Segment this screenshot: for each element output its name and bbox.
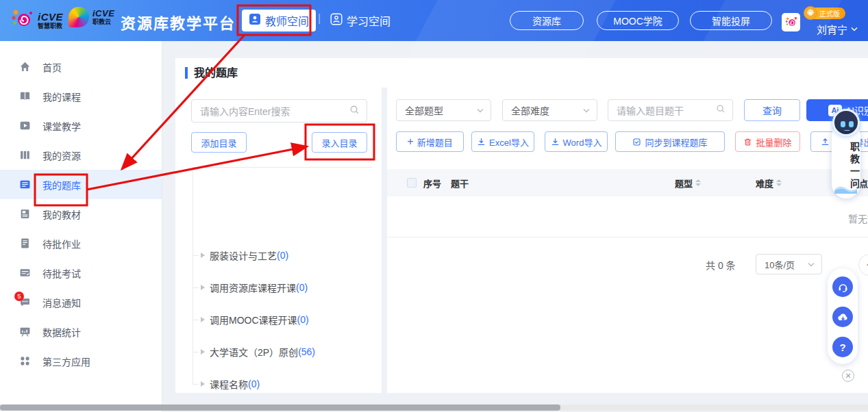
chevron-down-icon — [851, 27, 858, 31]
record-directory-button[interactable]: 录入目录 — [312, 132, 367, 153]
teacher-space-tab[interactable]: 教师空间 — [242, 10, 316, 31]
user-menu[interactable]: 刘宵宁 — [817, 22, 858, 36]
difficulty-select[interactable]: 全部难度 — [502, 99, 597, 121]
brand1-sub: 智慧职教 — [38, 23, 63, 29]
tree-item-label: 服装设计与工艺 — [210, 248, 277, 262]
page-title: 我的题库 — [185, 67, 238, 79]
tree-expand-caret-icon[interactable] — [201, 381, 205, 387]
directory-search-input[interactable]: 请输入内容Enter搜索 — [191, 99, 367, 123]
sidebar-item-label: 待批作业 — [42, 237, 81, 250]
notification-count-badge: 5 — [14, 292, 24, 301]
table-empty-zone: 暂无数据 — [387, 196, 868, 237]
sidebar-item-notifications[interactable]: 5 消息通知 — [0, 287, 162, 317]
download-center-button[interactable] — [832, 307, 853, 327]
total-count-text: 共 0 条 — [706, 258, 736, 272]
learning-space-tab[interactable]: 学习空间 — [330, 12, 390, 29]
sort-carets-icon[interactable] — [695, 179, 701, 186]
tree-item-fashion-design[interactable]: 服装设计与工艺 (0) — [191, 248, 288, 262]
tree-expand-caret-icon[interactable] — [201, 317, 205, 322]
sidebar-item-label: 我的课程 — [42, 90, 81, 103]
directory-search-placeholder: 请输入内容Enter搜索 — [192, 104, 349, 118]
column-type-sortable[interactable]: 题型 — [675, 177, 701, 190]
column-difficulty-label: 难度 — [756, 177, 773, 190]
customer-service-button[interactable] — [832, 276, 853, 297]
record-directory-label: 录入目录 — [321, 136, 357, 149]
tree-item-label: 调用资源库课程开课 — [210, 281, 296, 294]
teacher-person-icon — [249, 13, 261, 28]
column-stem: 题干 — [451, 177, 469, 190]
wave-decoration-icon — [834, 183, 857, 194]
upload-icon — [821, 138, 830, 146]
excel-import-button[interactable]: Excel导入 — [471, 131, 534, 152]
tree-item-resource-course[interactable]: 调用资源库课程开课 (0) — [191, 281, 308, 294]
sidebar-item-my-courses[interactable]: 我的课程 — [0, 81, 162, 111]
tree-expand-caret-icon[interactable] — [201, 285, 205, 290]
top-header: iCVE 智慧职教 iCVE 职教云 资源库教学平台 教师空间 | — [0, 0, 868, 41]
headset-icon — [837, 281, 849, 293]
question-list-panel: 全部题型 全部难度 请输入题目题干 查询 Ai AI识别 + 新增题目 Exce… — [387, 88, 868, 393]
prev-page-button[interactable]: < — [858, 254, 868, 276]
word-import-button[interactable]: Word导入 — [545, 131, 608, 152]
sidebar-item-pending-exams[interactable]: 待批考试 — [0, 258, 162, 287]
learning-space-label: 学习空间 — [347, 12, 390, 29]
sidebar-item-pending-homework[interactable]: 待批作业 — [0, 229, 162, 258]
sync-to-course-button[interactable]: 同步到课程题库 — [615, 131, 725, 152]
close-float-panel-icon[interactable]: ✕ — [842, 370, 854, 382]
table-header-row: 序号 题干 题型 难度 知识点 — [387, 169, 868, 196]
medal-icon: ★ — [804, 6, 817, 20]
horizontal-scrollbar-track[interactable] — [0, 404, 868, 411]
sync-check-icon — [632, 138, 641, 146]
add-directory-button[interactable]: 添加目录 — [191, 132, 247, 153]
bookshelf-icon — [19, 149, 31, 161]
robot-mascot-icon[interactable] — [832, 109, 860, 136]
tree-item-mooc-course[interactable]: 调用MOOC课程开课 (0) — [191, 313, 309, 326]
header-separator: | — [318, 12, 321, 25]
sidebar-item-classroom-teaching[interactable]: 课堂教学 — [0, 111, 162, 140]
brand2-sub: 职教云 — [92, 19, 114, 25]
trash-icon — [743, 138, 752, 146]
sidebar-item-my-textbooks[interactable]: 我的教材 — [0, 199, 162, 229]
select-all-checkbox[interactable] — [407, 178, 417, 188]
message-bubble-icon: 5 — [19, 296, 31, 308]
question-type-select[interactable]: 全部题型 — [396, 99, 491, 121]
sidebar-item-third-party-apps[interactable]: 第三方应用 — [0, 346, 162, 376]
sidebar-item-home[interactable]: 首页 — [0, 52, 162, 81]
search-icon[interactable] — [349, 105, 360, 118]
nav-pill-mooc-academy[interactable]: MOOC学院 — [597, 11, 679, 30]
horizontal-scrollbar-thumb[interactable] — [0, 404, 560, 411]
tree-expand-caret-icon[interactable] — [201, 253, 205, 258]
batch-delete-button[interactable]: 批量删除 — [735, 131, 800, 152]
help-button[interactable]: ? — [832, 337, 853, 357]
stem-search-input[interactable]: 请输入题目题干 — [608, 99, 733, 121]
query-button[interactable]: 查询 — [744, 99, 800, 121]
page-size-value: 10条/页 — [765, 258, 795, 271]
app-logo-avatar[interactable] — [782, 13, 800, 31]
chevron-down-icon — [477, 108, 484, 113]
tree-item-label: 调用MOOC课程开课 — [210, 313, 297, 326]
nav-pill-label: 资源库 — [532, 14, 561, 27]
sidebar-item-my-resources[interactable]: 我的资源 — [0, 140, 162, 170]
question-bank-icon — [19, 179, 31, 190]
stem-search-placeholder: 请输入题目题干 — [608, 103, 716, 117]
sidebar-item-label: 课堂教学 — [42, 119, 81, 133]
stats-board-icon — [19, 326, 31, 337]
tree-expand-caret-icon[interactable] — [201, 349, 205, 355]
tree-item-count: (0) — [248, 378, 260, 389]
exam-score-icon — [19, 267, 31, 279]
sidebar-item-my-question-bank[interactable]: 我的题库 — [0, 170, 162, 199]
tree-item-course-name[interactable]: 课程名称 (0) — [191, 377, 260, 391]
add-question-button[interactable]: + 新增题目 — [396, 131, 464, 152]
tree-item-college-chinese[interactable]: 大学语文（2P）原创 (56) — [191, 345, 315, 359]
tree-item-label: 大学语文（2P）原创 — [210, 345, 298, 359]
page-size-select[interactable]: 10条/页 — [756, 254, 822, 274]
column-difficulty-sortable[interactable]: 难度 — [756, 177, 782, 190]
teacher-space-label: 教师空间 — [265, 12, 309, 29]
nav-pill-resource-library[interactable]: 资源库 — [510, 11, 584, 30]
cloud-download-icon — [837, 311, 849, 323]
search-icon[interactable] — [716, 104, 726, 116]
sidebar-item-data-statistics[interactable]: 数据统计 — [0, 317, 162, 346]
icve-zhijiaoyun-logo[interactable]: iCVE 职教云 — [69, 7, 114, 27]
icve-zhihuizhijiao-logo[interactable]: iCVE 智慧职教 — [10, 7, 63, 34]
nav-pill-smart-cast[interactable]: 智能投屏 — [690, 11, 772, 30]
sort-carets-icon[interactable] — [776, 179, 782, 186]
